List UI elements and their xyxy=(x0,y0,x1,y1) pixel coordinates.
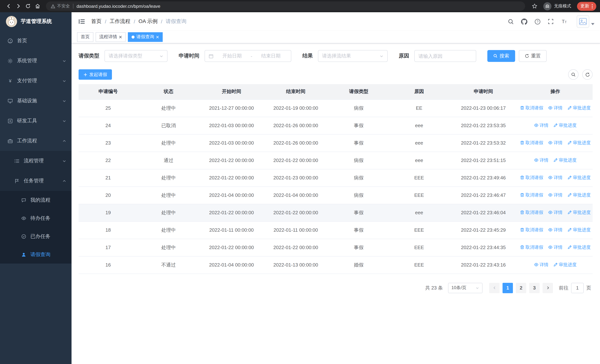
breadcrumb-workflow[interactable]: 工作流程 xyxy=(110,18,131,25)
sidebar-item-done-tasks[interactable]: 已办任务 xyxy=(0,227,72,245)
chevron-down-icon xyxy=(379,54,384,58)
reset-button[interactable]: 重置 xyxy=(519,50,547,62)
date-range-picker[interactable]: 开始日期 - 结束日期 xyxy=(205,50,291,62)
detail-link[interactable]: 详情 xyxy=(548,105,562,111)
cell-id: 23 xyxy=(79,134,138,152)
page-size-select[interactable]: 10条/页 xyxy=(448,283,483,293)
breadcrumb-home[interactable]: 首页 xyxy=(91,18,102,25)
cancel-leave-link[interactable]: 取消请假 xyxy=(520,175,543,181)
detail-link[interactable]: 详情 xyxy=(548,175,562,181)
sidebar-item-task-management[interactable]: 任务管理 xyxy=(0,171,72,191)
detail-link[interactable]: 详情 xyxy=(548,244,562,251)
cancel-leave-link[interactable]: 取消请假 xyxy=(520,140,543,146)
bookmark-star-icon[interactable] xyxy=(532,3,537,9)
approval-progress-link[interactable]: 审批进度 xyxy=(553,157,577,163)
approval-progress-link[interactable]: 审批进度 xyxy=(567,244,591,251)
page-button-1[interactable]: 1 xyxy=(503,283,513,293)
tab-home[interactable]: 首页 xyxy=(77,32,94,42)
detail-link[interactable]: 详情 xyxy=(548,140,562,146)
approval-progress-link[interactable]: 审批进度 xyxy=(567,105,591,111)
prev-page-button[interactable] xyxy=(489,283,500,293)
search-icon[interactable] xyxy=(508,18,514,25)
update-button[interactable]: 更新 xyxy=(577,2,596,10)
fullscreen-icon[interactable] xyxy=(548,19,554,24)
detail-link[interactable]: 详情 xyxy=(548,209,562,216)
action-label: 取消请假 xyxy=(525,105,543,111)
github-icon[interactable] xyxy=(521,18,527,25)
sidebar-item-my-process[interactable]: 我的流程 xyxy=(0,191,72,209)
reason-input[interactable] xyxy=(415,50,476,62)
cancel-leave-link[interactable]: 取消请假 xyxy=(520,192,543,198)
sidebar-item-workflow[interactable]: 工作流程 xyxy=(0,131,72,151)
sidebar-item-home[interactable]: 首页 xyxy=(0,31,72,51)
sidebar-item-infrastructure[interactable]: 基础设施 xyxy=(0,91,72,111)
total-count: 共 23 条 xyxy=(425,284,443,291)
avatar[interactable] xyxy=(577,15,589,28)
breadcrumb-oa-example[interactable]: OA 示例 xyxy=(139,18,158,25)
approval-progress-link[interactable]: 审批进度 xyxy=(553,262,577,268)
app-title: 芋道管理系统 xyxy=(21,18,52,25)
incognito-indicator: 无痕模式 xyxy=(543,2,571,10)
detail-link[interactable]: 详情 xyxy=(548,227,562,233)
approval-progress-link[interactable]: 审批进度 xyxy=(567,227,591,233)
font-size-icon[interactable]: TT xyxy=(561,19,567,24)
action-label: 取消请假 xyxy=(525,192,543,198)
toggle-search-button[interactable] xyxy=(568,69,579,80)
cancel-leave-link[interactable]: 取消请假 xyxy=(520,209,543,216)
sidebar-item-todo-tasks[interactable]: 待办任务 xyxy=(0,209,72,227)
cell-end: 2022-01-26 00:00:00 xyxy=(264,117,328,134)
tab-process-detail[interactable]: 流程详情 xyxy=(96,32,126,42)
end-date-placeholder: 结束日期 xyxy=(254,53,287,59)
goto-page-input[interactable] xyxy=(571,283,584,293)
cell-applied: 2022-01-22 23:53:32 xyxy=(449,134,518,152)
refresh-button[interactable] xyxy=(582,69,593,80)
cancel-leave-link[interactable]: 取消请假 xyxy=(520,227,543,233)
cell-applied: 2022-01-22 23:46:04 xyxy=(449,204,518,221)
detail-link[interactable]: 详情 xyxy=(534,262,548,268)
help-icon[interactable]: ? xyxy=(534,18,541,25)
detail-link[interactable]: 详情 xyxy=(534,157,548,163)
cell-status: 处理中 xyxy=(138,134,199,152)
approval-progress-link[interactable]: 审批进度 xyxy=(553,122,577,129)
cancel-leave-link[interactable]: 取消请假 xyxy=(520,244,543,251)
close-icon[interactable] xyxy=(156,35,159,38)
cell-type: 事假 xyxy=(328,134,390,152)
create-leave-button[interactable]: 发起请假 xyxy=(79,69,112,80)
close-icon[interactable] xyxy=(119,35,122,38)
reload-button[interactable] xyxy=(23,1,33,11)
cell-reason: eee xyxy=(390,117,449,134)
detail-link[interactable]: 详情 xyxy=(548,192,562,198)
sidebar-item-process-management[interactable]: 流程管理 xyxy=(0,151,72,171)
detail-link[interactable]: 详情 xyxy=(534,122,548,129)
result-select[interactable]: 请选择流结果 xyxy=(318,50,388,62)
tab-leave-query[interactable]: 请假查询 xyxy=(128,32,163,42)
address-bar[interactable]: 不安全 dashboard.yudao.iocoder.cn/bpm/oa/le… xyxy=(46,1,525,11)
sidebar-item-payment[interactable]: ¥ 支付管理 xyxy=(0,71,72,91)
sidebar-item-devtools[interactable]: 研发工具 xyxy=(0,111,72,131)
sidebar-item-system[interactable]: 系统管理 xyxy=(0,51,72,71)
browser-menu-icon[interactable] xyxy=(591,3,593,9)
cell-id: 19 xyxy=(79,204,138,221)
forward-button[interactable] xyxy=(13,1,23,11)
cancel-leave-link[interactable]: 取消请假 xyxy=(520,105,543,111)
sidebar-toggle-icon[interactable] xyxy=(77,17,87,26)
next-page-button[interactable] xyxy=(543,283,553,293)
approval-progress-link[interactable]: 审批进度 xyxy=(567,209,591,216)
sidebar-item-leave-query[interactable]: 请假查询 xyxy=(0,245,72,263)
user-menu[interactable] xyxy=(577,15,594,28)
back-button[interactable] xyxy=(4,1,13,11)
approval-progress-link[interactable]: 审批进度 xyxy=(567,192,591,198)
search-button[interactable]: 搜索 xyxy=(487,50,515,62)
page-button-2[interactable]: 2 xyxy=(516,283,526,293)
filter-reason: 原因 xyxy=(399,50,476,62)
leave-type-select[interactable]: 请选择请假类型 xyxy=(104,50,168,62)
approval-progress-link[interactable]: 审批进度 xyxy=(567,175,591,181)
home-button[interactable] xyxy=(33,1,42,11)
chevron-down-icon xyxy=(62,99,66,103)
chevron-down-icon xyxy=(62,59,66,63)
page-button-3[interactable]: 3 xyxy=(529,283,540,293)
approval-progress-link[interactable]: 审批进度 xyxy=(567,140,591,146)
toolbox-icon xyxy=(7,118,13,124)
cell-type: 事假 xyxy=(328,117,390,134)
cell-status: 处理中 xyxy=(138,204,199,221)
